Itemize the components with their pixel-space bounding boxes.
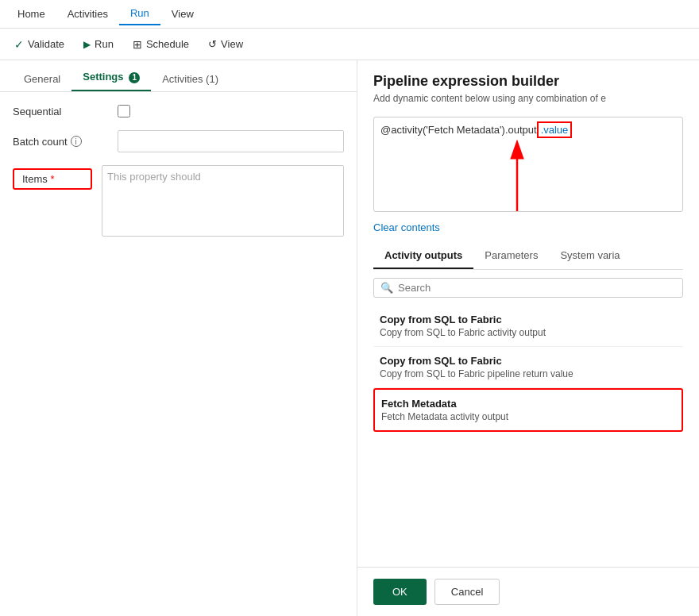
- tab-parameters[interactable]: Parameters: [473, 243, 549, 269]
- batchcount-input[interactable]: [118, 130, 344, 152]
- bottom-actions: OK Cancel: [357, 567, 699, 616]
- activity-item-1-title: Copy from SQL to Fabric: [380, 314, 677, 325]
- run-button[interactable]: ▶ Run: [75, 35, 122, 53]
- activity-item-3-title: Fetch Metadata: [381, 398, 675, 410]
- items-placeholder[interactable]: This property should: [102, 165, 344, 237]
- schedule-icon: ⊞: [133, 38, 142, 51]
- tab-system-variables[interactable]: System varia: [549, 243, 631, 269]
- search-icon: 🔍: [380, 282, 393, 294]
- nav-run[interactable]: Run: [119, 2, 160, 25]
- expression-text: @activity('Fetch Metadata').output: [380, 124, 537, 136]
- activity-item-2[interactable]: Copy from SQL to Fabric Copy from SQL to…: [373, 347, 683, 388]
- activity-item-1-subtitle: Copy from SQL to Fabric activity output: [380, 327, 677, 338]
- sequential-checkbox[interactable]: [118, 105, 130, 117]
- tab-activities[interactable]: Activities (1): [151, 67, 230, 91]
- activity-item-2-title: Copy from SQL to Fabric: [380, 355, 677, 367]
- expression-area[interactable]: @activity('Fetch Metadata').output.value: [373, 117, 683, 212]
- items-label-box: Items *: [13, 168, 92, 190]
- run-icon: ▶: [83, 39, 91, 50]
- red-arrow-annotation: [374, 133, 682, 212]
- tabs-bar: General Settings 1 Activities (1): [0, 60, 357, 92]
- search-box: 🔍: [373, 278, 683, 298]
- validate-button[interactable]: ✓ Validate: [6, 35, 72, 54]
- settings-form: Sequential Batch count i Items *: [0, 92, 357, 249]
- clear-contents-link[interactable]: Clear contents: [373, 221, 683, 233]
- activity-item-3-subtitle: Fetch Metadata activity output: [381, 411, 675, 422]
- toolbar: ✓ Validate ▶ Run ⊞ Schedule ↺ View: [0, 29, 699, 60]
- activity-list: Copy from SQL to Fabric Copy from SQL to…: [357, 306, 699, 567]
- top-navigation: Home Activities Run View: [0, 0, 699, 29]
- sequential-label: Sequential: [13, 106, 108, 117]
- expression-highlight: .value: [537, 121, 573, 138]
- main-content: General Settings 1 Activities (1) Sequen…: [0, 60, 699, 616]
- cancel-button[interactable]: Cancel: [434, 579, 500, 605]
- nav-activities[interactable]: Activities: [56, 3, 119, 25]
- panel-subtitle: Add dynamic content below using any comb…: [373, 93, 683, 104]
- batchcount-row: Batch count i: [13, 130, 344, 152]
- items-row: Items * This property should: [13, 165, 344, 237]
- batchcount-info-icon[interactable]: i: [71, 136, 82, 147]
- nav-view[interactable]: View: [160, 3, 205, 25]
- nav-home[interactable]: Home: [6, 3, 56, 25]
- batchcount-label: Batch count i: [13, 136, 108, 148]
- right-panel-header: Pipeline expression builder Add dynamic …: [357, 60, 699, 110]
- schedule-button[interactable]: ⊞ Schedule: [125, 35, 197, 54]
- search-input[interactable]: [398, 282, 676, 294]
- expression-wrapper: @activity('Fetch Metadata').output.value: [357, 110, 699, 218]
- ok-button[interactable]: OK: [373, 579, 427, 605]
- left-panel: General Settings 1 Activities (1) Sequen…: [0, 60, 357, 616]
- tab-settings[interactable]: Settings 1: [71, 64, 151, 91]
- settings-badge: 1: [129, 72, 140, 83]
- activity-item-3[interactable]: Fetch Metadata Fetch Metadata activity o…: [373, 388, 683, 432]
- panel-title: Pipeline expression builder: [373, 73, 683, 90]
- view-button[interactable]: ↺ View: [200, 35, 251, 53]
- activity-item-2-subtitle: Copy from SQL to Fabric pipeline return …: [380, 368, 677, 379]
- sequential-row: Sequential: [13, 105, 344, 117]
- output-tabs: Activity outputs Parameters System varia: [373, 243, 683, 270]
- tab-general[interactable]: General: [13, 67, 71, 91]
- right-panel: Pipeline expression builder Add dynamic …: [357, 60, 699, 616]
- activity-item-1[interactable]: Copy from SQL to Fabric Copy from SQL to…: [373, 306, 683, 347]
- validate-icon: ✓: [14, 38, 24, 51]
- tab-activity-outputs[interactable]: Activity outputs: [373, 243, 473, 269]
- items-required-marker: *: [50, 173, 54, 185]
- view-icon: ↺: [208, 38, 217, 50]
